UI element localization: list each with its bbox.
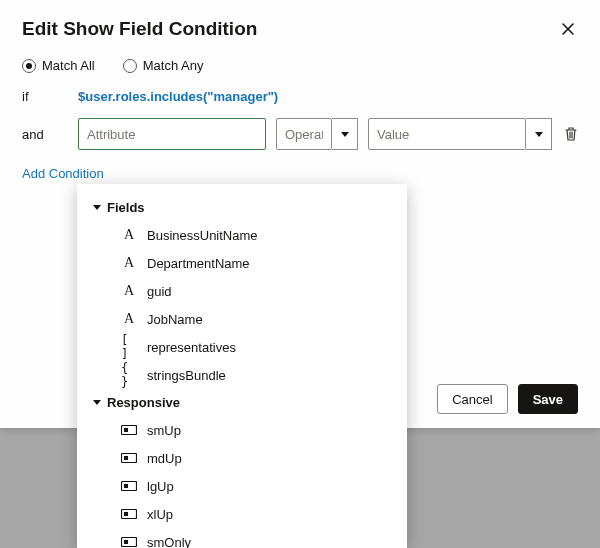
if-keyword: if (22, 89, 78, 104)
chevron-down-icon (93, 205, 101, 210)
svg-rect-5 (124, 484, 128, 488)
add-condition-link[interactable]: Add Condition (22, 166, 104, 181)
chevron-down-icon (341, 132, 349, 137)
value-dropdown-button[interactable] (526, 118, 552, 150)
attribute-dropdown[interactable]: FieldsABusinessUnitNameADepartmentNameAg… (77, 184, 407, 548)
responsive-type-icon (121, 506, 137, 522)
dropdown-group-header[interactable]: Fields (77, 194, 407, 221)
responsive-type-icon (121, 534, 137, 548)
svg-rect-8 (122, 538, 137, 547)
dropdown-item-label: guid (147, 284, 172, 299)
and-keyword: and (22, 127, 78, 142)
svg-rect-3 (124, 456, 128, 460)
dropdown-item[interactable]: smUp (77, 416, 407, 444)
dropdown-item-label: stringsBundle (147, 368, 226, 383)
responsive-type-icon (121, 478, 137, 494)
dropdown-item[interactable]: xlUp (77, 500, 407, 528)
dropdown-item-label: smOnly (147, 535, 191, 549)
condition-row (78, 118, 580, 150)
chevron-down-icon (535, 132, 543, 137)
operator-dropdown-button[interactable] (332, 118, 358, 150)
dialog-title: Edit Show Field Condition (22, 18, 257, 40)
text-type-icon: A (121, 311, 137, 327)
dropdown-item[interactable]: smOnly (77, 528, 407, 548)
group-label: Fields (107, 200, 145, 215)
operator-input[interactable] (276, 118, 332, 150)
svg-rect-4 (122, 482, 137, 491)
svg-rect-2 (122, 454, 137, 463)
text-type-icon: A (121, 283, 137, 299)
dropdown-item[interactable]: mdUp (77, 444, 407, 472)
text-type-icon: A (121, 255, 137, 271)
close-icon[interactable] (558, 19, 578, 39)
svg-rect-9 (124, 540, 128, 544)
save-button[interactable]: Save (518, 384, 578, 414)
expression-text[interactable]: $user.roles.includes("manager") (78, 89, 580, 104)
cancel-label: Cancel (452, 392, 492, 407)
match-any-radio[interactable]: Match Any (123, 58, 204, 73)
dropdown-item-label: mdUp (147, 451, 182, 466)
dropdown-item-label: representatives (147, 340, 236, 355)
dropdown-item[interactable]: ABusinessUnitName (77, 221, 407, 249)
match-all-radio[interactable]: Match All (22, 58, 95, 73)
dropdown-item-label: DepartmentName (147, 256, 250, 271)
svg-rect-1 (124, 428, 128, 432)
dropdown-item-label: lgUp (147, 479, 174, 494)
match-mode-group: Match All Match Any (22, 58, 578, 73)
save-label: Save (533, 392, 563, 407)
conditions-grid: if $user.roles.includes("manager") and (22, 89, 578, 150)
text-type-icon: A (121, 227, 137, 243)
dropdown-item[interactable]: lgUp (77, 472, 407, 500)
radio-icon (22, 59, 36, 73)
svg-rect-0 (122, 426, 137, 435)
svg-rect-7 (124, 512, 128, 516)
object-type-icon: { } (121, 367, 137, 383)
dropdown-group-header[interactable]: Responsive (77, 389, 407, 416)
match-all-label: Match All (42, 58, 95, 73)
svg-rect-6 (122, 510, 137, 519)
value-input[interactable] (368, 118, 526, 150)
dropdown-item[interactable]: Aguid (77, 277, 407, 305)
delete-icon[interactable] (564, 126, 580, 142)
dropdown-item-label: xlUp (147, 507, 173, 522)
dropdown-item[interactable]: ADepartmentName (77, 249, 407, 277)
dropdown-item[interactable]: [ ]representatives (77, 333, 407, 361)
chevron-down-icon (93, 400, 101, 405)
responsive-type-icon (121, 422, 137, 438)
dropdown-item-label: BusinessUnitName (147, 228, 258, 243)
dropdown-item-label: JobName (147, 312, 203, 327)
dialog-content: Match All Match Any if $user.roles.inclu… (0, 50, 600, 181)
group-label: Responsive (107, 395, 180, 410)
responsive-type-icon (121, 450, 137, 466)
value-combo (368, 118, 552, 150)
dropdown-item[interactable]: AJobName (77, 305, 407, 333)
dialog-footer: Cancel Save (437, 384, 578, 414)
dialog-header: Edit Show Field Condition (0, 0, 600, 50)
dropdown-item[interactable]: { }stringsBundle (77, 361, 407, 389)
cancel-button[interactable]: Cancel (437, 384, 507, 414)
dropdown-item-label: smUp (147, 423, 181, 438)
match-any-label: Match Any (143, 58, 204, 73)
attribute-input[interactable] (78, 118, 266, 150)
operator-combo (276, 118, 358, 150)
radio-icon (123, 59, 137, 73)
array-type-icon: [ ] (121, 339, 137, 355)
